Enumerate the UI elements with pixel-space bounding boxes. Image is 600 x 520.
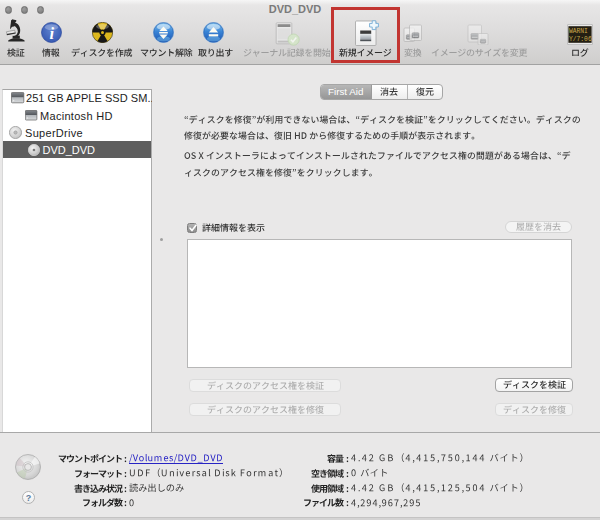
- svg-text:Y/7:06: Y/7:06: [569, 36, 592, 43]
- svg-text:WARNI: WARNI: [569, 28, 588, 35]
- svg-text:i: i: [49, 24, 54, 43]
